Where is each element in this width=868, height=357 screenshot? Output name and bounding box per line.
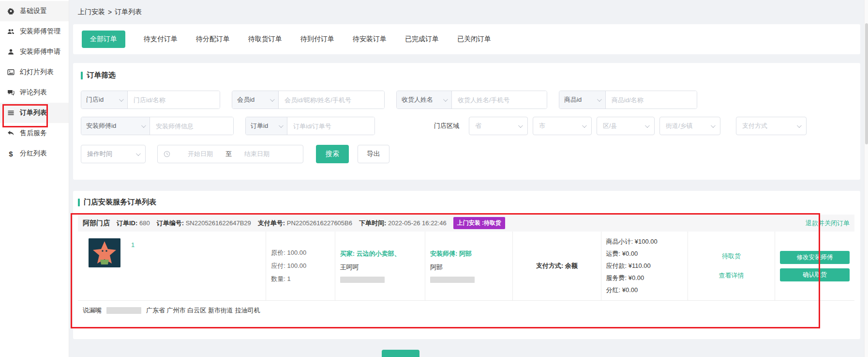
original-price: 原价: 100.00 bbox=[271, 248, 329, 257]
chevron-down-icon bbox=[119, 97, 124, 102]
goods-filter-group: 商品id bbox=[559, 91, 697, 109]
sidebar-item-basic-settings[interactable]: 基础设置 bbox=[0, 1, 69, 21]
receiver-filter-group: 收货人姓名 bbox=[396, 91, 547, 109]
tab-pending-pickup[interactable]: 待取货订单 bbox=[248, 35, 282, 44]
sidebar-item-dividend-list[interactable]: $ 分红列表 bbox=[0, 143, 69, 164]
orderid-filter-input[interactable] bbox=[287, 117, 374, 135]
store-filter-input[interactable] bbox=[128, 91, 220, 109]
buyer-title: 买家: 云边的小卖部、 bbox=[340, 249, 420, 258]
reply-icon bbox=[7, 130, 15, 137]
order-receiver-row: 说漏嘴 广东省 广州市 白云区 新市街道 拉油司机 bbox=[78, 301, 854, 320]
modify-installer-button[interactable]: 修改安装师傅 bbox=[780, 251, 850, 264]
installer-filter-group: 安装师傅id bbox=[81, 117, 234, 135]
date-end-placeholder[interactable]: 结束日期 bbox=[244, 150, 269, 158]
dollar-icon: $ bbox=[7, 150, 15, 157]
vertical-scrollbar[interactable] bbox=[864, 0, 868, 357]
member-filter-group: 会员id bbox=[232, 91, 385, 109]
sidebar-item-installer-manage[interactable]: 安装师傅管理 bbox=[0, 21, 69, 42]
chevron-down-icon bbox=[443, 97, 448, 102]
date-start-placeholder[interactable]: 开始日期 bbox=[188, 150, 213, 158]
order-id-label: 订单ID: bbox=[117, 219, 137, 227]
province-select[interactable]: 省 bbox=[469, 117, 528, 135]
sidebar-item-aftersale-service[interactable]: 售后服务 bbox=[0, 123, 69, 143]
region-label: 门店区域 bbox=[434, 122, 459, 130]
order-pn-label: 支付单号: bbox=[258, 219, 285, 227]
scrollbar-thumb[interactable] bbox=[865, 23, 868, 144]
sidebar-item-label: 售后服务 bbox=[20, 129, 47, 138]
service-fee: 服务费: ¥0.00 bbox=[606, 274, 683, 282]
chevron-down-icon bbox=[279, 123, 284, 128]
actions-cell: 修改安装师傅 确认取货 bbox=[775, 232, 854, 300]
date-range-picker[interactable]: 开始日期 至 结束日期 bbox=[157, 145, 303, 163]
chevron-down-icon bbox=[270, 97, 275, 102]
goods-subtotal: 商品小计: ¥100.00 bbox=[606, 237, 683, 246]
sidebar-item-slideshow-list[interactable]: 幻灯片列表 bbox=[0, 62, 69, 82]
refund-close-order-link[interactable]: 退款并关闭订单 bbox=[806, 219, 850, 228]
store-filter-group: 门店id bbox=[81, 91, 220, 109]
member-filter-select[interactable]: 会员id bbox=[232, 91, 279, 109]
pickup-status-text: 待取货 bbox=[722, 252, 741, 261]
receiver-filter-input[interactable] bbox=[452, 91, 547, 109]
tab-all-orders[interactable]: 全部订单 bbox=[82, 31, 125, 48]
export-button[interactable]: 导出 bbox=[358, 145, 389, 163]
goods-filter-select[interactable]: 商品id bbox=[559, 91, 606, 109]
tab-pending-assign[interactable]: 待分配订单 bbox=[196, 35, 230, 44]
city-select[interactable]: 市 bbox=[533, 117, 592, 135]
order-id: 订单ID: 680 bbox=[117, 219, 150, 228]
installer-filter-select[interactable]: 安装师傅id bbox=[81, 117, 150, 135]
list-icon bbox=[7, 109, 15, 117]
order-sn-label: 订单编号: bbox=[157, 219, 184, 227]
goods-filter-input[interactable] bbox=[606, 91, 697, 109]
partial-bottom-button[interactable] bbox=[382, 350, 419, 357]
member-filter-input[interactable] bbox=[279, 91, 384, 109]
pay-method-select[interactable]: 支付方式 bbox=[736, 117, 807, 135]
installer-title: 安装师傅: 阿部 bbox=[430, 249, 508, 258]
chevron-down-icon bbox=[141, 123, 146, 128]
district-select-label: 区/县 bbox=[603, 122, 617, 130]
confirm-pickup-button[interactable]: 确认取货 bbox=[780, 268, 850, 281]
status-badge: 上门安装 :待取货 bbox=[453, 217, 505, 229]
tab-pending-payment[interactable]: 待支付订单 bbox=[144, 35, 178, 44]
tab-pending-cod[interactable]: 待到付订单 bbox=[300, 35, 334, 44]
receiver-filter-select[interactable]: 收货人姓名 bbox=[397, 91, 452, 109]
tab-completed[interactable]: 已完成订单 bbox=[405, 35, 439, 44]
sidebar-item-label: 分红列表 bbox=[20, 149, 47, 158]
receiver-phone-masked bbox=[106, 307, 141, 314]
breadcrumb: 上门安装 > 订单列表 bbox=[69, 0, 868, 24]
sidebar-item-installer-apply[interactable]: 安装师傅申请 bbox=[0, 42, 69, 62]
store-filter-select-label: 门店id bbox=[86, 95, 104, 104]
installer-name: 阿部 bbox=[430, 263, 508, 272]
installer-filter-input[interactable] bbox=[150, 117, 233, 135]
district-select[interactable]: 区/县 bbox=[597, 117, 655, 135]
order-list-panel: 门店安装服务订单列表 阿部门店 订单ID: 680 订单编号: SN220526… bbox=[73, 191, 860, 339]
product-image[interactable] bbox=[89, 238, 120, 267]
date-separator: 至 bbox=[225, 150, 232, 158]
store-filter-select[interactable]: 门店id bbox=[81, 91, 128, 109]
order-pn: 支付单号: PN22052616227605B6 bbox=[258, 219, 352, 228]
payable-price: 应付: 100.00 bbox=[271, 262, 329, 270]
order-header-bar: 阿部门店 订单ID: 680 订单编号: SN2205261622647B29 … bbox=[78, 215, 854, 232]
installer-cell: 安装师傅: 阿部 阿部 bbox=[425, 232, 513, 300]
dividend-amount: 分红: ¥0.00 bbox=[606, 286, 683, 295]
tab-pending-install[interactable]: 待安装订单 bbox=[353, 35, 387, 44]
orderid-filter-select[interactable]: 订单id bbox=[246, 117, 287, 135]
sidebar-item-comment-list[interactable]: 评论列表 bbox=[0, 82, 69, 103]
sidebar-item-order-list[interactable]: 订单列表 bbox=[0, 103, 69, 123]
green-accent-bar bbox=[78, 199, 80, 206]
breadcrumb-root[interactable]: 上门安装 bbox=[78, 8, 105, 16]
image-icon bbox=[7, 69, 15, 76]
street-select[interactable]: 街道/乡镇 bbox=[659, 117, 720, 135]
search-button[interactable]: 搜索 bbox=[316, 145, 349, 163]
goods-count: 数量: 1 bbox=[271, 275, 329, 283]
order-list-title-text: 门店安装服务订单列表 bbox=[84, 198, 156, 207]
view-detail-link[interactable]: 查看详情 bbox=[718, 271, 744, 280]
tab-closed[interactable]: 已关闭订单 bbox=[457, 35, 491, 44]
breadcrumb-current: 订单列表 bbox=[115, 8, 142, 16]
installer-filter-select-label: 安装师傅id bbox=[86, 122, 116, 130]
order-time-value: 2022-05-26 16:22:46 bbox=[388, 219, 447, 227]
sidebar-item-label: 安装师傅管理 bbox=[20, 27, 60, 36]
operate-time-select[interactable]: 操作时间 bbox=[81, 145, 146, 163]
order-sn-value: SN2205261622647B29 bbox=[186, 219, 251, 227]
app-root: 基础设置 安装师傅管理 安装师傅申请 幻灯片列表 评论列表 bbox=[0, 0, 868, 357]
chevron-down-icon bbox=[597, 97, 602, 102]
